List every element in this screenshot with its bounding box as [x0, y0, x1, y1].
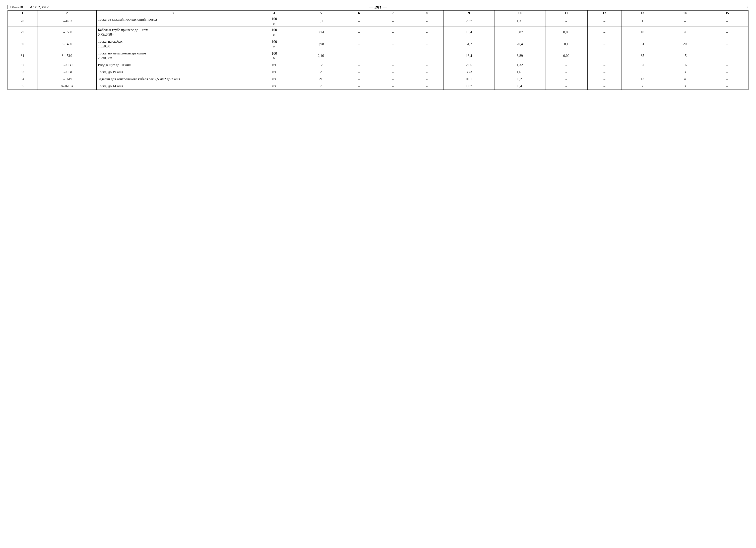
- cell-5-10: 1,32: [494, 62, 545, 69]
- corner-mark: →: [745, 5, 748, 9]
- cell-8-1: 35: [8, 83, 37, 90]
- table-row: 32II–2130Ввод в щит до 10 жилшт.12–––2,6…: [8, 62, 748, 69]
- cell-1-7: –: [376, 16, 410, 27]
- cell-3-15: –: [706, 38, 748, 50]
- cell-1-12: –: [588, 16, 621, 27]
- cell-2-2: 8–1530: [37, 27, 97, 38]
- cell-6-2: II–2131: [37, 69, 97, 76]
- cell-4-5: 2,16: [300, 50, 342, 62]
- cell-5-9: 2,65: [444, 62, 494, 69]
- cell-6-10: 1,61: [494, 69, 545, 76]
- cell-1-10: 1,31: [494, 16, 545, 27]
- cell-5-6: –: [342, 62, 376, 69]
- cell-6-3: То же, до 19 жил: [97, 69, 249, 76]
- table-row: 33II–2131То же, до 19 жилшт.2–––3,231,61…: [8, 69, 748, 76]
- cell-2-7: –: [376, 27, 410, 38]
- cell-3-12: –: [588, 38, 621, 50]
- cell-2-13: 10: [621, 27, 664, 38]
- cell-6-9: 3,23: [444, 69, 494, 76]
- cell-6-11: –: [545, 69, 588, 76]
- cell-6-15: –: [706, 69, 748, 76]
- cell-3-14: 20: [664, 38, 706, 50]
- table-row: 298–1530Кабель в трубе при весе до 1 кг/…: [8, 27, 748, 38]
- cell-7-10: 0,2: [494, 76, 545, 83]
- cell-4-6: –: [342, 50, 376, 62]
- cell-8-8: –: [410, 83, 444, 90]
- cell-3-1: 30: [8, 38, 37, 50]
- cell-7-1: 34: [8, 76, 37, 83]
- cell-4-8: –: [410, 50, 444, 62]
- col-header-8: 8: [410, 11, 444, 16]
- cell-1-5: 0,1: [300, 16, 342, 27]
- cell-5-4: шт.: [249, 62, 300, 69]
- cell-3-13: 51: [621, 38, 664, 50]
- cell-1-4: 100 м: [249, 16, 300, 27]
- cell-5-8: –: [410, 62, 444, 69]
- cell-7-2: 8–1619: [37, 76, 97, 83]
- cell-7-8: –: [410, 76, 444, 83]
- cell-4-11: 0,09: [545, 50, 588, 62]
- cell-3-11: 0,1: [545, 38, 588, 50]
- cell-2-4: 100 м: [249, 27, 300, 38]
- cell-8-5: 7: [300, 83, 342, 90]
- cell-4-15: –: [706, 50, 748, 62]
- cell-8-7: –: [376, 83, 410, 90]
- cell-2-14: 4: [664, 27, 706, 38]
- cell-8-4: шт.: [249, 83, 300, 90]
- col-header-13: 13: [621, 11, 664, 16]
- cell-8-11: –: [545, 83, 588, 90]
- cell-3-3: То же, на скобах 1,0х0,98: [97, 38, 249, 50]
- table-row: 288–4403То же, за каждый последующий про…: [8, 16, 748, 27]
- col-header-1: 1: [8, 11, 37, 16]
- cell-8-6: –: [342, 83, 376, 90]
- cell-5-5: 12: [300, 62, 342, 69]
- cell-7-12: –: [588, 76, 621, 83]
- cell-4-7: –: [376, 50, 410, 62]
- col-header-11: 11: [545, 11, 588, 16]
- cell-2-15: –: [706, 27, 748, 38]
- cell-4-4: 100 м: [249, 50, 300, 62]
- cell-7-3: Заделки для контрольного кабеля сеч.2,5 …: [97, 76, 249, 83]
- cell-8-9: 1,07: [444, 83, 494, 90]
- col-header-14: 14: [664, 11, 706, 16]
- cell-7-15: –: [706, 76, 748, 83]
- col-header-15: 15: [706, 11, 748, 16]
- cell-3-4: 100 м: [249, 38, 300, 50]
- cell-1-6: –: [342, 16, 376, 27]
- cell-5-13: 32: [621, 62, 664, 69]
- cell-7-5: 21: [300, 76, 342, 83]
- cell-7-11: –: [545, 76, 588, 83]
- cell-3-10: 20,4: [494, 38, 545, 50]
- header-row: 1 2 3 4 5 6 7 8 9 10 11 12 13 14 15: [8, 11, 748, 16]
- col-header-3: 3: [97, 11, 249, 16]
- cell-1-15: –: [706, 16, 748, 27]
- cell-8-2: 8–1619а: [37, 83, 97, 90]
- cell-8-12: –: [588, 83, 621, 90]
- col-header-6: 6: [342, 11, 376, 16]
- cell-5-3: Ввод в щит до 10 жил: [97, 62, 249, 69]
- cell-8-14: 3: [664, 83, 706, 90]
- cell-6-7: –: [376, 69, 410, 76]
- cell-7-6: –: [342, 76, 376, 83]
- cell-1-11: –: [545, 16, 588, 27]
- cell-2-11: 0,09: [545, 27, 588, 38]
- cell-5-15: –: [706, 62, 748, 69]
- cell-7-9: 0,61: [444, 76, 494, 83]
- cell-7-7: –: [376, 76, 410, 83]
- col-header-7: 7: [376, 11, 410, 16]
- cell-4-1: 31: [8, 50, 37, 62]
- cell-2-9: 13,4: [444, 27, 494, 38]
- cell-3-9: 51,7: [444, 38, 494, 50]
- cell-4-2: 8–1510: [37, 50, 97, 62]
- cell-3-8: –: [410, 38, 444, 50]
- cell-8-15: –: [706, 83, 748, 90]
- cell-1-9: 2,37: [444, 16, 494, 27]
- cell-3-2: 8–1450: [37, 38, 97, 50]
- table-row: 348–1619Заделки для контрольного кабеля …: [8, 76, 748, 83]
- cell-6-5: 2: [300, 69, 342, 76]
- table-row: 318–1510То же, по металлоконструкциям 2,…: [8, 50, 748, 62]
- cell-3-7: –: [376, 38, 410, 50]
- col-header-9: 9: [444, 11, 494, 16]
- cell-2-5: 0,74: [300, 27, 342, 38]
- cell-3-5: 0,98: [300, 38, 342, 50]
